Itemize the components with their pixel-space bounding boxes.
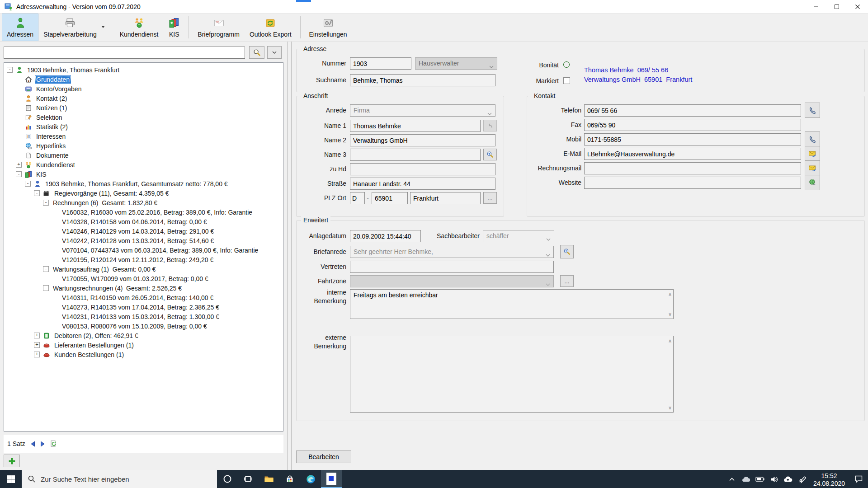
collapse-expander-icon[interactable]: -: [43, 266, 49, 272]
tree-item[interactable]: -Rechnungen (6) Gesamt: 1.832,80 €: [4, 198, 283, 207]
tray-chevron-up-icon[interactable]: [725, 470, 739, 488]
tree-item[interactable]: V070104, 07443743 vom 06.03.2014, Betrag…: [4, 245, 283, 255]
rechnungsmail-field[interactable]: [584, 162, 801, 174]
pen-icon[interactable]: [795, 470, 809, 488]
tree-item-label[interactable]: Wartungsrechnungen (4) Gesamt: 2.526,25 …: [52, 284, 183, 292]
send-email-button[interactable]: [805, 146, 820, 161]
tree-item-label[interactable]: V080153, R080076 vom 15.10.2009, Betrag:…: [61, 322, 208, 330]
collapse-expander-icon[interactable]: -: [7, 67, 13, 73]
cortana-button[interactable]: [217, 470, 238, 488]
tree-item-label[interactable]: Selektion: [35, 113, 64, 122]
name-lookup-button[interactable]: [483, 149, 497, 160]
tree-item[interactable]: V140246, R140129 vom 14.03.2014, Betrag:…: [4, 226, 283, 236]
externe-bemerkung-field[interactable]: [350, 336, 674, 413]
tree-item-label[interactable]: 1903 Behmke, Thomas Frankfurt, Gesamtums…: [44, 180, 229, 188]
toolbar-button-adressen[interactable]: Adressen: [2, 14, 38, 41]
collapse-expander-icon[interactable]: -: [34, 190, 40, 196]
tree-item-label[interactable]: Wartungsauftrag (1) Gesamt: 0,00 €: [52, 265, 157, 273]
tree-item[interactable]: V140311, R140150 vom 26.05.2014, Betrag:…: [4, 293, 283, 302]
toolbar-button-kis[interactable]: KIS: [163, 14, 185, 41]
taskbar-app-adressverwaltung[interactable]: [321, 470, 342, 488]
dropdown-caret-icon[interactable]: [101, 26, 105, 28]
tree-item-label[interactable]: V120195, R120124 vom 12.11.2012, Betrag:…: [61, 256, 215, 264]
address-search-input[interactable]: [4, 47, 245, 59]
land-field[interactable]: [350, 192, 365, 204]
refresh-icon[interactable]: [50, 440, 57, 447]
toolbar-button-einstellungen[interactable]: Einstellungen: [304, 14, 352, 41]
expand-expander-icon[interactable]: +: [34, 342, 40, 348]
search-button[interactable]: [249, 46, 264, 59]
fax-field[interactable]: [584, 119, 801, 131]
mobil-field[interactable]: [584, 133, 801, 145]
markiert-checkbox[interactable]: [563, 77, 570, 84]
expand-expander-icon[interactable]: +: [34, 352, 40, 357]
name2-field[interactable]: [350, 134, 495, 146]
tree-item-label[interactable]: Hyperlinks: [35, 142, 67, 150]
ort-field[interactable]: [410, 192, 481, 204]
tree-item-label[interactable]: Debitoren (2), Offen: 462,91 €: [53, 332, 140, 340]
scroll-down-icon[interactable]: ∨: [668, 405, 672, 410]
volume-icon[interactable]: [767, 470, 781, 488]
tree[interactable]: -1903 Behmke, Thomas FrankfurtGrunddaten…: [4, 62, 283, 432]
collapse-expander-icon[interactable]: -: [43, 200, 49, 206]
tree-item-label[interactable]: Konto/Vorgaben: [35, 85, 83, 93]
open-website-button[interactable]: [805, 175, 820, 190]
tree-item-label[interactable]: V140311, R140150 vom 26.05.2014, Betrag:…: [61, 294, 215, 302]
tree-item[interactable]: Grunddaten: [4, 75, 283, 84]
tree-item[interactable]: Hyperlinks: [4, 141, 283, 150]
zuhd-field[interactable]: [350, 163, 495, 175]
interne-bemerkung-field[interactable]: Freitags am besten erreichbar: [350, 289, 674, 319]
tree-item[interactable]: V140242, R140128 vom 13.03.2014, Betrag:…: [4, 236, 283, 245]
tree-item-label[interactable]: Regievorgänge (11), Gesamt: 4.359,05 €: [53, 189, 170, 197]
tree-item[interactable]: -Wartungsauftrag (1) Gesamt: 0,00 €: [4, 264, 283, 274]
tree-item[interactable]: Interessen: [4, 131, 283, 141]
tree-item-label[interactable]: Rechnungen (6) Gesamt: 1.832,80 €: [52, 199, 159, 207]
toolbar-button-kundendienst[interactable]: Kundendienst: [115, 14, 164, 41]
taskbar-clock[interactable]: 15:52 24.08.2020: [809, 471, 849, 488]
minimize-button[interactable]: [806, 0, 826, 13]
taskbar-search[interactable]: Zur Suche Text hier eingeben: [22, 470, 217, 488]
tree-item[interactable]: +Kundendienst: [4, 160, 283, 169]
start-button[interactable]: [0, 470, 22, 488]
tree-item-label[interactable]: Dokumente: [35, 151, 70, 160]
tree-item-label[interactable]: V140242, R140128 vom 13.03.2014, Betrag:…: [61, 237, 215, 245]
dial-telefon-button[interactable]: [805, 103, 820, 118]
tree-item-label[interactable]: Notizen (1): [35, 104, 68, 112]
action-center-button[interactable]: [849, 470, 868, 488]
email-field[interactable]: [584, 148, 801, 160]
briefanrede-select[interactable]: Sehr geehrter Herr Behmke,: [350, 246, 554, 258]
tree-item[interactable]: +Lieferanten Bestellungen (1): [4, 340, 283, 350]
tree-item-label[interactable]: V140246, R140129 vom 14.03.2014, Betrag:…: [61, 227, 215, 235]
collapse-expander-icon[interactable]: -: [16, 171, 22, 177]
next-record-button[interactable]: [40, 441, 45, 447]
file-explorer-button[interactable]: [259, 470, 279, 488]
edge-button[interactable]: [300, 470, 321, 488]
tree-item-label[interactable]: Grunddaten: [35, 75, 71, 84]
close-button[interactable]: [847, 0, 868, 13]
tree-item[interactable]: V140273, R140135 vom 17.04.2014, Betrag:…: [4, 302, 283, 312]
toolbar-button-briefprogramm[interactable]: Briefprogramm: [193, 14, 245, 41]
tree-item[interactable]: -1903 Behmke, Thomas Frankfurt, Gesamtum…: [4, 179, 283, 188]
send-rechnungsmail-button[interactable]: [805, 160, 820, 176]
collapse-expander-icon[interactable]: -: [43, 285, 49, 291]
tree-item[interactable]: V140231, R140133 vom 15.03.2014, Betrag:…: [4, 312, 283, 321]
scroll-up-icon[interactable]: ∧: [668, 338, 672, 343]
vertreten-field[interactable]: [350, 261, 554, 273]
tree-item[interactable]: Selektion: [4, 113, 283, 122]
tree-item[interactable]: Kontakt (2): [4, 94, 283, 103]
tree-item[interactable]: Notizen (1): [4, 103, 283, 113]
cloud-upload-icon[interactable]: [781, 470, 795, 488]
tree-item[interactable]: V170055, W170099 vom 01.03.2017, Betrag:…: [4, 274, 283, 283]
tree-item-label[interactable]: 1903 Behmke, Thomas Frankfurt: [26, 66, 121, 74]
tree-item-label[interactable]: Kunden Bestellungen (1): [53, 351, 125, 359]
nummer-field[interactable]: [350, 57, 411, 70]
tree-item-label[interactable]: Lieferanten Bestellungen (1): [53, 341, 135, 349]
briefanrede-lookup-button[interactable]: [560, 245, 574, 258]
tree-item[interactable]: V120195, R120124 vom 12.11.2012, Betrag:…: [4, 255, 283, 264]
tree-item-label[interactable]: V140328, R140158 vom 04.06.2014, Betrag:…: [61, 218, 208, 226]
plz-lookup-button[interactable]: ...: [483, 192, 497, 204]
tree-item-label[interactable]: V140231, R140133 vom 15.03.2014, Betrag:…: [61, 313, 221, 321]
collapse-expander-icon[interactable]: -: [25, 181, 31, 187]
tree-item[interactable]: -Regievorgänge (11), Gesamt: 4.359,05 €: [4, 188, 283, 198]
tree-item-label[interactable]: V170055, W170099 vom 01.03.2017, Betrag:…: [61, 275, 210, 283]
